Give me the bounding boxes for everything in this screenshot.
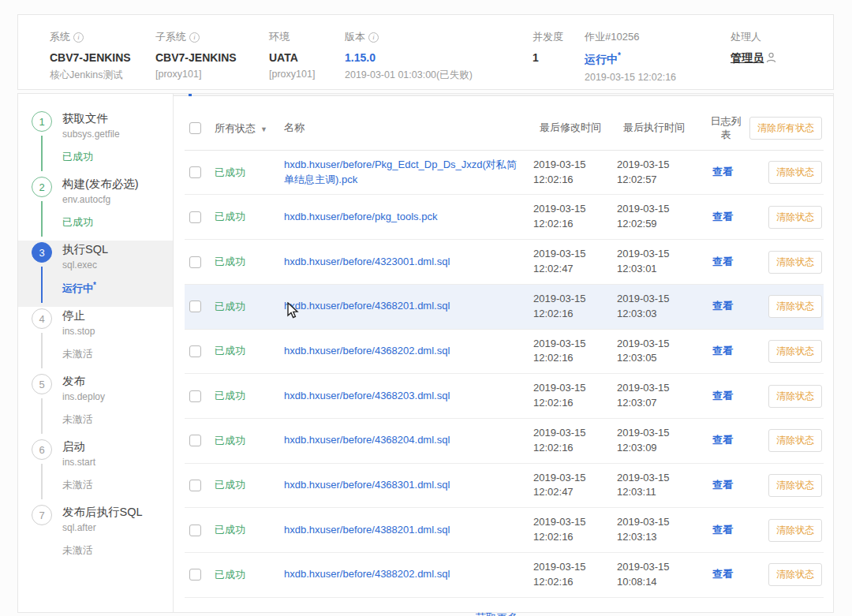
step-connector-line xyxy=(41,464,43,499)
row-checkbox[interactable] xyxy=(189,211,201,223)
row-checkbox[interactable] xyxy=(189,480,201,491)
step-number-badge: 2 xyxy=(32,177,52,197)
clear-all-status-button[interactable]: 清除所有状态 xyxy=(749,117,822,140)
step-number-badge: 5 xyxy=(32,374,52,394)
pipeline-step[interactable]: 1 获取文件 subsys.getfile 已成功 xyxy=(18,110,173,175)
row-checkbox[interactable] xyxy=(189,390,201,402)
row-status: 已成功 xyxy=(215,434,284,448)
info-icon[interactable]: i xyxy=(73,32,84,43)
view-log-link[interactable]: 查看 xyxy=(712,256,733,267)
script-name-link[interactable]: hxdb.hxuser/before/4368204.dml.sql xyxy=(284,433,533,448)
row-status: 已成功 xyxy=(215,523,284,537)
view-log-link[interactable]: 查看 xyxy=(712,524,733,536)
info-icon[interactable]: i xyxy=(368,32,379,43)
view-log-link[interactable]: 查看 xyxy=(712,568,733,580)
header-field: 系统i CBV7-JENKINS 核心Jenkins测试 xyxy=(50,29,155,89)
step-number-badge: 6 xyxy=(32,439,52,460)
view-log-link[interactable]: 查看 xyxy=(712,434,733,446)
step-text: 构建(发布必选) env.autocfg 已成功 xyxy=(59,175,173,241)
script-name-link[interactable]: hxdb.hxuser/before/4388202.dml.sql xyxy=(284,567,533,582)
pipeline-step[interactable]: 2 构建(发布必选) env.autocfg 已成功 xyxy=(18,175,173,241)
row-modified-time: 2019-03-1512:02:16 xyxy=(533,337,617,367)
step-indicator: 5 xyxy=(24,372,59,438)
step-title: 执行SQL xyxy=(62,242,168,257)
mouse-cursor xyxy=(286,302,301,319)
row-status: 已成功 xyxy=(215,568,284,582)
clear-status-button[interactable]: 清除状态 xyxy=(768,429,822,452)
log-column-header: 日志列表 xyxy=(707,115,745,142)
row-checkbox[interactable] xyxy=(189,569,201,581)
row-status: 已成功 xyxy=(215,166,284,180)
step-indicator: 2 xyxy=(24,175,59,241)
row-modified-time: 2019-03-1512:02:47 xyxy=(533,471,617,501)
field-label: 环境 xyxy=(269,31,290,43)
step-title: 启动 xyxy=(62,439,168,454)
script-name-link[interactable]: hxdb.hxuser/before/4368202.dml.sql xyxy=(284,344,533,359)
field-subtext: [proxy101] xyxy=(269,69,337,80)
row-checkbox[interactable] xyxy=(189,301,201,312)
row-checkbox[interactable] xyxy=(189,435,201,446)
view-log-link[interactable]: 查看 xyxy=(712,345,733,357)
step-text: 执行SQL sql.exec 运行中* xyxy=(59,241,173,307)
pipeline-step[interactable]: 5 发布 ins.deploy 未激活 xyxy=(18,372,173,438)
step-code: sql.exec xyxy=(62,259,168,271)
table-row: 已成功 hxdb.hxuser/before/Pkg_Edct_Dp_Ds_Jx… xyxy=(185,151,824,196)
view-log-link[interactable]: 查看 xyxy=(712,390,733,401)
step-indicator: 4 xyxy=(24,307,59,372)
clear-status-button[interactable]: 清除状态 xyxy=(768,251,822,274)
step-code: ins.stop xyxy=(62,326,168,337)
load-more-link[interactable]: 获取更多..... xyxy=(185,598,824,616)
row-modified-time: 2019-03-1512:02:16 xyxy=(533,515,617,545)
step-code: ins.deploy xyxy=(62,391,168,402)
clear-status-button[interactable]: 清除状态 xyxy=(768,206,822,229)
field-value[interactable]: 管理员 xyxy=(731,51,764,64)
view-log-link[interactable]: 查看 xyxy=(712,211,733,222)
script-name-link[interactable]: hxdb.hxuser/before/4368201.dml.sql xyxy=(284,299,533,314)
row-checkbox[interactable] xyxy=(189,166,201,178)
step-status: 未激活 xyxy=(62,478,168,492)
row-modified-time: 2019-03-1512:02:47 xyxy=(533,247,617,277)
row-status: 已成功 xyxy=(215,344,284,358)
row-modified-time: 2019-03-1512:02:16 xyxy=(533,202,617,232)
clear-status-button[interactable]: 清除状态 xyxy=(768,295,822,318)
pipeline-step[interactable]: 4 停止 ins.stop 未激活 xyxy=(18,307,173,372)
view-log-link[interactable]: 查看 xyxy=(712,300,733,312)
script-name-link[interactable]: hxdb.hxuser/before/4323001.dml.sql xyxy=(284,255,533,270)
info-icon[interactable]: i xyxy=(189,32,200,43)
script-name-link[interactable]: hxdb.hxuser/before/4368301.dml.sql xyxy=(284,478,533,493)
field-value[interactable]: 1.15.0 xyxy=(345,51,376,64)
select-all-checkbox[interactable] xyxy=(189,122,201,134)
clear-status-button[interactable]: 清除状态 xyxy=(768,340,822,363)
script-name-link[interactable]: hxdb.hxuser/before/Pkg_Edct_Dp_Ds_Jxzd(对… xyxy=(284,158,533,188)
pipeline-step[interactable]: 7 发布后执行SQL sql.after 未激活 xyxy=(18,503,173,569)
row-checkbox[interactable] xyxy=(189,256,201,268)
script-name-link[interactable]: hxdb.hxuser/before/4368203.dml.sql xyxy=(284,389,533,404)
pipeline-step[interactable]: 6 启动 ins.start 未激活 xyxy=(18,438,173,503)
script-name-link[interactable]: hxdb.hxuser/before/pkg_tools.pck xyxy=(284,210,533,225)
row-executed-time: 2019-03-1512:03:03 xyxy=(617,292,701,322)
status-filter[interactable]: 所有状态▼ xyxy=(215,121,284,136)
pipeline-step[interactable]: 3 执行SQL sql.exec 运行中* xyxy=(18,241,173,307)
name-column-header: 名称 xyxy=(284,121,540,136)
script-name-link[interactable]: hxdb.hxuser/before/4388201.dml.sql xyxy=(284,523,533,538)
field-value[interactable]: 运行中 xyxy=(585,53,618,65)
clear-status-button[interactable]: 清除状态 xyxy=(768,161,822,184)
view-log-link[interactable]: 查看 xyxy=(712,479,733,491)
clear-status-button[interactable]: 清除状态 xyxy=(768,563,822,586)
step-indicator: 6 xyxy=(24,438,59,503)
running-asterisk: * xyxy=(618,51,621,60)
clear-status-button[interactable]: 清除状态 xyxy=(768,519,822,542)
row-executed-time: 2019-03-1512:02:57 xyxy=(617,158,701,188)
clear-status-button[interactable]: 清除状态 xyxy=(768,474,822,497)
view-log-link[interactable]: 查看 xyxy=(712,166,733,177)
table-body: 已成功 hxdb.hxuser/before/Pkg_Edct_Dp_Ds_Jx… xyxy=(185,151,824,598)
scripts-main-panel: 所有状态▼ 名称 最后修改时间 最后执行时间 日志列表 清除所有状态 已成功 h… xyxy=(174,94,833,612)
clear-status-button[interactable]: 清除状态 xyxy=(768,385,822,408)
header-field: 并发度i 1 xyxy=(532,29,585,89)
step-number-badge: 1 xyxy=(32,111,52,132)
row-checkbox[interactable] xyxy=(189,345,201,357)
step-text: 获取文件 subsys.getfile 已成功 xyxy=(59,110,173,175)
row-checkbox[interactable] xyxy=(189,525,201,536)
status-filter-label: 所有状态 xyxy=(215,122,256,134)
caret-down-icon: ▼ xyxy=(260,125,267,133)
